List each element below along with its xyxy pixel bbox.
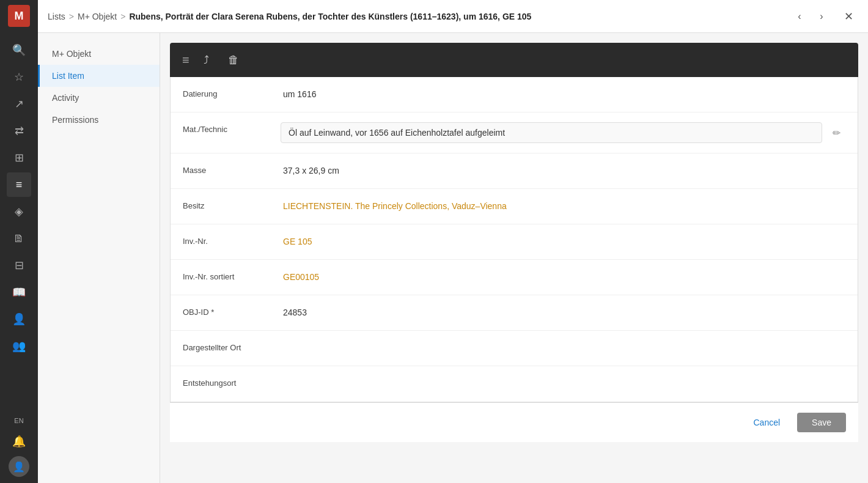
main-area: Lists > M+ Objekt > Rubens, Porträt der … xyxy=(38,0,868,483)
label-entstehungsort: Entstehungsort xyxy=(183,376,281,388)
right-content: ≡ ⤴ 🗑 Datierung um 1616 Mat./Technic Öl … xyxy=(160,33,868,483)
value-entstehungsort xyxy=(281,376,845,378)
label-besitz: Besitz xyxy=(183,199,281,210)
label-mat-technic: Mat./Technic xyxy=(183,122,281,134)
form-area: Datierung um 1616 Mat./Technic Öl auf Le… xyxy=(170,77,858,402)
label-dargestellter-ort: Dargestellter Ort xyxy=(183,341,281,352)
sidebar-icon-doc[interactable]: 🗎 xyxy=(7,226,31,251)
label-datierung: Datierung xyxy=(183,87,281,98)
sidebar-icon-share[interactable]: ↗ xyxy=(7,92,31,116)
nav-item-permissions[interactable]: Permissions xyxy=(38,109,160,131)
sidebar-icon-person[interactable]: 👤 xyxy=(7,307,31,331)
header-nav: ‹ › ✕ xyxy=(790,7,858,26)
close-button[interactable]: ✕ xyxy=(839,7,858,26)
label-inv-nr: Inv.-Nr. xyxy=(183,234,281,246)
toolbar-area: ≡ ⤴ 🗑 xyxy=(170,43,858,77)
app-logo: M xyxy=(8,5,30,27)
nav-item-list-item[interactable]: List Item xyxy=(38,65,160,87)
label-obj-id: OBJ-ID * xyxy=(183,305,281,317)
breadcrumb-sep2: > xyxy=(120,12,125,21)
value-datierung: um 1616 xyxy=(281,87,845,102)
breadcrumb-sep1: > xyxy=(69,12,74,21)
language-label[interactable]: EN xyxy=(14,417,23,424)
save-button[interactable]: Save xyxy=(797,413,846,432)
icon-sidebar: M 🔍 ☆ ↗ ⇄ ⊞ ≡ ◈ 🗎 ⊟ 📖 👤 👥 EN 🔔 👤 xyxy=(0,0,38,483)
label-inv-nr-sortiert: Inv.-Nr. sortiert xyxy=(183,270,281,281)
menu-icon[interactable]: ≡ xyxy=(182,53,189,67)
form-row-masse: Masse 37,3 x 26,9 cm xyxy=(171,153,858,189)
sidebar-icon-grid[interactable]: ⊞ xyxy=(7,146,31,170)
bell-icon[interactable]: 🔔 xyxy=(7,429,31,454)
value-wrap-mat-technic: Öl auf Leinwand, vor 1656 auf Eichenholz… xyxy=(281,122,845,143)
form-row-datierung: Datierung um 1616 xyxy=(171,77,858,112)
sidebar-icon-table[interactable]: ⊟ xyxy=(7,253,31,278)
breadcrumb-title: Rubens, Porträt der Clara Serena Rubens,… xyxy=(129,12,531,21)
form-row-obj-id: OBJ-ID * 24853 xyxy=(171,295,858,331)
cancel-button[interactable]: Cancel xyxy=(743,413,790,432)
value-obj-id: 24853 xyxy=(281,305,845,320)
value-inv-nr-sortiert[interactable]: GE00105 xyxy=(281,270,845,285)
form-row-besitz: Besitz LIECHTENSTEIN. The Princely Colle… xyxy=(171,189,858,224)
label-masse: Masse xyxy=(183,163,281,175)
form-row-inv-nr: Inv.-Nr. GE 105 xyxy=(171,224,858,260)
value-dargestellter-ort xyxy=(281,341,845,343)
footer-area: Cancel Save xyxy=(170,402,858,442)
sidebar-icon-group[interactable]: 👥 xyxy=(7,334,31,358)
form-row-mat-technic: Mat./Technic Öl auf Leinwand, vor 1656 a… xyxy=(171,112,858,153)
nav-item-activity[interactable]: Activity xyxy=(38,87,160,109)
delete-button[interactable]: 🗑 xyxy=(224,50,243,70)
prev-button[interactable]: ‹ xyxy=(790,7,809,26)
sidebar-icon-list[interactable]: ≡ xyxy=(7,172,31,197)
breadcrumb-m-objekt[interactable]: M+ Objekt xyxy=(78,12,117,21)
value-masse: 37,3 x 26,9 cm xyxy=(281,163,845,179)
breadcrumb-lists[interactable]: Lists xyxy=(48,12,65,21)
sidebar-icon-search[interactable]: 🔍 xyxy=(7,38,31,62)
breadcrumb: Lists > M+ Objekt > Rubens, Porträt der … xyxy=(48,12,531,21)
form-row-dargestellter-ort: Dargestellter Ort xyxy=(171,331,858,366)
sidebar-icon-book[interactable]: 📖 xyxy=(7,280,31,304)
nav-item-m-objekt[interactable]: M+ Objekt xyxy=(38,43,160,65)
content-area: M+ Objekt List Item Activity Permissions… xyxy=(38,33,868,483)
form-row-inv-nr-sortiert: Inv.-Nr. sortiert GE00105 xyxy=(171,260,858,295)
sidebar-icon-transfer[interactable]: ⇄ xyxy=(7,119,31,143)
next-button[interactable]: › xyxy=(812,7,831,26)
value-inv-nr[interactable]: GE 105 xyxy=(281,234,845,249)
header-bar: Lists > M+ Objekt > Rubens, Porträt der … xyxy=(38,0,868,33)
user-avatar[interactable]: 👤 xyxy=(9,456,29,477)
enter-button[interactable]: ⤴ xyxy=(197,50,216,70)
value-mat-technic: Öl auf Leinwand, vor 1656 auf Eichenholz… xyxy=(281,122,822,143)
sidebar-icon-star[interactable]: ☆ xyxy=(7,65,31,89)
edit-mat-technic-button[interactable]: ✏ xyxy=(827,124,845,142)
value-besitz[interactable]: LIECHTENSTEIN. The Princely Collections,… xyxy=(281,199,845,214)
sidebar-icon-layers[interactable]: ◈ xyxy=(7,199,31,224)
left-nav: M+ Objekt List Item Activity Permissions xyxy=(38,33,160,483)
form-row-entstehungsort: Entstehungsort xyxy=(171,366,858,402)
